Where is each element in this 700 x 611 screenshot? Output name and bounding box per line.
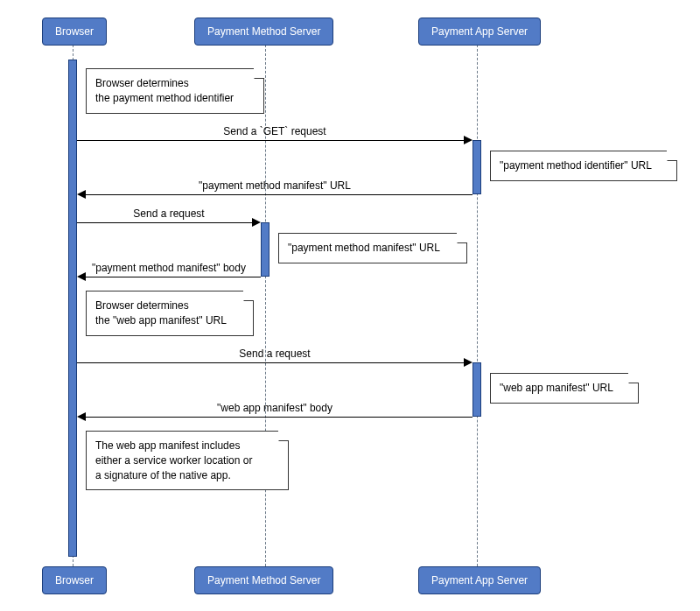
msg-wam-body: "web app manifest" body xyxy=(77,402,472,414)
activation-browser xyxy=(68,60,77,557)
participant-pas-top: Payment App Server xyxy=(418,18,541,46)
msg-pmm-url-return: "payment method manifest" URL xyxy=(77,179,472,192)
participant-label: Payment App Server xyxy=(431,25,528,38)
activation-pms xyxy=(261,222,270,277)
note-wam-includes: The web app manifest includes either a s… xyxy=(86,431,289,490)
participant-label: Payment App Server xyxy=(431,574,528,586)
arrow-m6 xyxy=(86,417,472,418)
note-line: "payment method manifest" URL xyxy=(288,242,440,254)
arrow-m1 xyxy=(77,140,466,141)
note-line: either a service worker location or xyxy=(95,454,252,467)
participant-pms-bottom: Payment Method Server xyxy=(194,566,333,594)
activation-pas-2 xyxy=(472,362,481,417)
participant-label: Browser xyxy=(55,574,94,586)
note-pmi-url: "payment method identifier" URL xyxy=(490,151,677,181)
arrow-m4 xyxy=(86,277,261,277)
msg-pmm-body: "payment method manifest" body xyxy=(77,262,261,274)
arrow-head-m5 xyxy=(464,358,472,367)
participant-browser-top: Browser xyxy=(42,18,107,46)
note-line: the payment method identifier xyxy=(95,92,234,104)
note-line: a signature of the native app. xyxy=(95,469,231,481)
arrow-head-m1 xyxy=(464,136,472,144)
participant-label: Payment Method Server xyxy=(207,25,320,38)
activation-pas-1 xyxy=(472,140,481,194)
participant-pas-bottom: Payment App Server xyxy=(418,566,541,594)
participant-label: Browser xyxy=(55,25,94,38)
msg-send-req-pms: Send a request xyxy=(77,207,261,220)
note-determine-pmi: Browser determines the payment method id… xyxy=(86,68,264,114)
note-line: The web app manifest includes xyxy=(95,439,240,452)
arrow-m2 xyxy=(86,194,472,195)
arrow-head-m4 xyxy=(77,272,86,281)
note-line: the "web app manifest" URL xyxy=(95,314,227,327)
arrow-head-m2 xyxy=(77,190,86,199)
arrow-m5 xyxy=(77,362,466,363)
note-line: Browser determines xyxy=(95,77,189,89)
arrow-head-m6 xyxy=(77,412,86,421)
arrow-head-m3 xyxy=(252,218,261,227)
participant-label: Payment Method Server xyxy=(207,574,320,586)
note-line: "web app manifest" URL xyxy=(500,382,613,394)
lifeline-pas xyxy=(477,45,478,566)
note-wam-url: "web app manifest" URL xyxy=(490,373,639,404)
msg-send-get: Send a `GET` request xyxy=(77,125,472,137)
participant-pms-top: Payment Method Server xyxy=(194,18,333,46)
note-pmm-url: "payment method manifest" URL xyxy=(278,233,467,263)
note-determine-wam: Browser determines the "web app manifest… xyxy=(86,291,254,336)
note-line: "payment method identifier" URL xyxy=(500,159,652,172)
msg-send-req-pas: Send a request xyxy=(77,348,472,360)
participant-browser-bottom: Browser xyxy=(42,566,107,594)
note-line: Browser determines xyxy=(95,299,189,312)
arrow-m3 xyxy=(77,222,255,223)
